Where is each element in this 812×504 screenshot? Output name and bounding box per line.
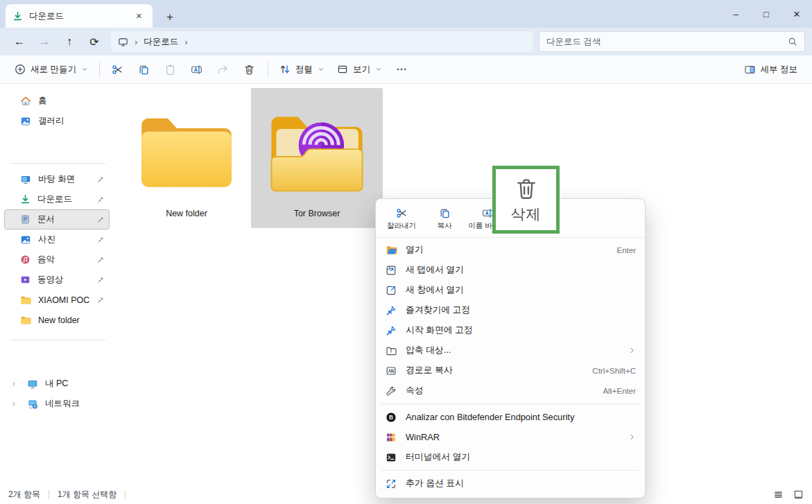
copy-button[interactable] xyxy=(131,58,157,80)
explorer-tab[interactable]: 다운로드 ✕ xyxy=(6,4,153,28)
sidebar-spacer xyxy=(0,346,115,374)
sidebar-item-label: 동영상 xyxy=(37,274,64,286)
paste-button[interactable] xyxy=(157,58,184,80)
sidebar-item-gallery[interactable]: 갤러리 xyxy=(4,111,110,131)
menu-item-open-new-tab[interactable]: 새 탭에서 열기 xyxy=(379,260,642,280)
search-box[interactable] xyxy=(539,31,805,52)
menu-item-label: 즐겨찾기에 고정 xyxy=(406,304,636,316)
details-pane-button[interactable]: 세부 정보 xyxy=(738,58,804,80)
sort-button[interactable]: 정렬 xyxy=(273,58,331,80)
sidebar-item-xiaomi-poco[interactable]: XIAOMI POCO F xyxy=(4,290,110,310)
sidebar-item-videos[interactable]: 동영상 xyxy=(4,270,110,290)
more-options-button[interactable] xyxy=(388,58,415,80)
up-button[interactable]: ↑ xyxy=(57,31,82,52)
thumbnail-view-toggle[interactable] xyxy=(793,489,804,500)
pc-icon xyxy=(27,379,38,390)
menu-item-open-in-terminal[interactable]: 터미널에서 열기 xyxy=(379,447,642,467)
minimize-button[interactable]: – xyxy=(720,0,751,28)
chevron-down-icon xyxy=(318,66,325,73)
tab-close-button[interactable]: ✕ xyxy=(132,10,146,22)
menu-item-label: 새 탭에서 열기 xyxy=(406,264,636,276)
delete-button[interactable] xyxy=(236,58,263,80)
sidebar-item-home[interactable]: 홈 xyxy=(4,91,110,111)
menu-item-properties[interactable]: 속성 Alt+Enter xyxy=(379,381,642,401)
menu-separator xyxy=(381,403,639,404)
file-tile-tor-browser[interactable]: Tor Browser xyxy=(251,88,383,228)
sidebar-item-documents[interactable]: 문서 xyxy=(4,209,110,229)
navigation-pane: 홈 갤러리 바탕 화면 xyxy=(0,84,115,485)
close-button[interactable]: ✕ xyxy=(781,0,812,28)
view-button[interactable]: 보기 xyxy=(331,58,388,80)
menu-item-copy-as-path[interactable]: 경로로 복사 Ctrl+Shift+C xyxy=(379,360,642,381)
rename-button[interactable] xyxy=(184,58,210,80)
sidebar-item-desktop[interactable]: 바탕 화면 xyxy=(4,169,110,189)
pin-icon xyxy=(96,276,105,284)
menu-item-shortcut: Enter xyxy=(617,246,637,254)
breadcrumb-location[interactable]: 다운로드 xyxy=(144,36,178,48)
sidebar-item-new-folder[interactable]: New folder xyxy=(4,310,110,330)
list-view-toggle[interactable] xyxy=(773,489,784,500)
pin-icon xyxy=(96,256,105,264)
new-tab-button[interactable]: + xyxy=(166,11,173,23)
quick-action-cut[interactable]: 잘라내기 xyxy=(380,205,423,233)
sidebar-item-network[interactable]: 네트워크 xyxy=(4,394,110,414)
menu-item-show-more-options[interactable]: 추가 옵션 표시 xyxy=(379,473,642,494)
pin-icon xyxy=(96,236,105,244)
back-button[interactable]: ← xyxy=(7,31,32,52)
quick-action-label: 복사 xyxy=(438,221,452,231)
share-button[interactable] xyxy=(210,58,236,80)
sidebar-divider xyxy=(10,340,105,340)
search-icon xyxy=(788,37,797,46)
desktop-icon xyxy=(20,174,31,185)
file-name: New folder xyxy=(166,209,207,218)
address-bar: ← → ↑ ⟳ › 다운로드 › xyxy=(0,28,812,55)
menu-item-pin-to-favorites[interactable]: 즐겨찾기에 고정 xyxy=(379,300,642,320)
quick-action-copy[interactable]: 복사 xyxy=(423,205,466,233)
sort-icon xyxy=(279,64,291,75)
sidebar-item-label: 사진 xyxy=(38,234,55,245)
download-icon xyxy=(20,194,31,205)
sidebar-item-music[interactable]: 음악 xyxy=(4,250,110,270)
sidebar-item-pictures[interactable]: 사진 xyxy=(4,229,110,250)
tor-browser-folder-icon xyxy=(265,98,369,203)
sidebar-item-downloads[interactable]: 다운로드 xyxy=(4,189,110,209)
command-toolbar: 새로 만들기 정렬 xyxy=(0,55,812,84)
menu-item-bitdefender-scan[interactable]: B Analizar con Bitdefender Endpoint Secu… xyxy=(379,407,642,427)
chevron-right-icon[interactable] xyxy=(8,381,20,388)
toolbar-divider xyxy=(99,62,100,77)
open-new-tab-icon xyxy=(385,264,397,277)
menu-item-compress[interactable]: 압축 대상... xyxy=(379,340,642,360)
new-button[interactable]: 새로 만들기 xyxy=(8,58,94,80)
sidebar-item-label: 음악 xyxy=(37,254,55,266)
menu-item-winrar[interactable]: WinRAR xyxy=(379,427,642,447)
tab-title: 다운로드 xyxy=(29,10,126,22)
annotation-highlight-delete[interactable]: 삭제 xyxy=(492,166,560,234)
cut-button[interactable] xyxy=(105,58,131,80)
videos-icon xyxy=(20,275,31,285)
menu-separator xyxy=(381,470,639,471)
open-new-window-icon xyxy=(385,284,397,297)
maximize-button[interactable]: □ xyxy=(751,0,781,28)
file-tile-new-folder[interactable]: New folder xyxy=(121,88,252,228)
chevron-right-icon[interactable] xyxy=(8,401,20,408)
show-more-options-icon xyxy=(385,478,397,490)
search-input[interactable] xyxy=(546,37,788,46)
details-pane-icon xyxy=(744,64,756,76)
folder-icon xyxy=(20,315,31,326)
music-icon xyxy=(20,254,31,265)
sidebar-item-this-pc[interactable]: 내 PC xyxy=(4,374,110,394)
menu-item-open[interactable]: 열기 Enter xyxy=(379,240,642,260)
breadcrumb[interactable]: › 다운로드 › xyxy=(111,31,533,52)
refresh-button[interactable]: ⟳ xyxy=(82,31,107,52)
menu-item-open-new-window[interactable]: 새 창에서 열기 xyxy=(379,280,642,300)
sidebar-item-label: New folder xyxy=(38,315,80,325)
trash-icon xyxy=(514,176,539,201)
pin-icon xyxy=(96,296,105,304)
gallery-icon xyxy=(20,116,31,127)
menu-item-label: 시작 화면에 고정 xyxy=(406,324,636,336)
menu-item-pin-to-start[interactable]: 시작 화면에 고정 xyxy=(379,320,642,340)
forward-button[interactable]: → xyxy=(32,31,57,52)
menu-item-label: 새 창에서 열기 xyxy=(406,284,636,296)
network-icon xyxy=(27,399,38,410)
item-count: 2개 항목 xyxy=(8,489,40,501)
